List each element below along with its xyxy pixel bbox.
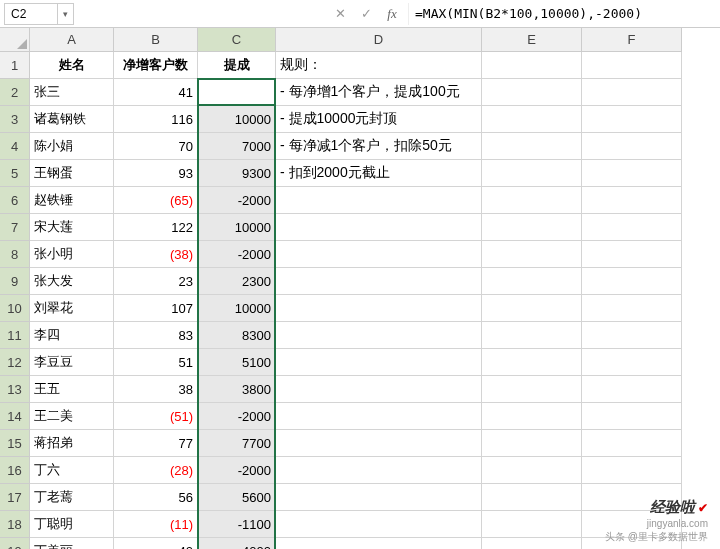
cell-name[interactable]: 李四 xyxy=(30,322,114,349)
cell[interactable] xyxy=(482,511,582,538)
cell[interactable] xyxy=(482,160,582,187)
row-header[interactable]: 4 xyxy=(0,133,29,160)
cell[interactable] xyxy=(582,187,682,214)
cell[interactable] xyxy=(482,106,582,133)
cell[interactable] xyxy=(482,457,582,484)
cell-rule[interactable] xyxy=(276,295,482,322)
cell-rule[interactable] xyxy=(276,349,482,376)
cell-rule[interactable] xyxy=(276,187,482,214)
cell-rule[interactable]: - 提成10000元封顶 xyxy=(276,106,482,133)
name-box[interactable]: C2 xyxy=(4,3,58,25)
cell[interactable] xyxy=(482,133,582,160)
cell-rule[interactable] xyxy=(276,322,482,349)
header-commission[interactable]: 提成 xyxy=(198,52,276,79)
cell[interactable] xyxy=(582,241,682,268)
select-all-corner[interactable] xyxy=(0,28,30,52)
cell-commission[interactable]: -2000 xyxy=(198,187,276,214)
row-header[interactable]: 3 xyxy=(0,106,29,133)
cell-commission[interactable]: -1100 xyxy=(198,511,276,538)
cell-customers[interactable]: (38) xyxy=(114,241,198,268)
cell-commission[interactable]: -2000 xyxy=(198,403,276,430)
col-header-A[interactable]: A xyxy=(30,28,114,51)
cell[interactable] xyxy=(582,268,682,295)
cell-customers[interactable]: 77 xyxy=(114,430,198,457)
row-header[interactable]: 8 xyxy=(0,241,29,268)
cell-customers[interactable]: (65) xyxy=(114,187,198,214)
row-header[interactable]: 16 xyxy=(0,457,29,484)
cell-commission[interactable]: 3800 xyxy=(198,376,276,403)
cell-customers[interactable]: 107 xyxy=(114,295,198,322)
cell[interactable] xyxy=(582,322,682,349)
cell[interactable] xyxy=(482,430,582,457)
cell[interactable] xyxy=(482,295,582,322)
cell-commission[interactable]: 9300 xyxy=(198,160,276,187)
cell-rule[interactable]: - 扣到2000元截止 xyxy=(276,160,482,187)
col-header-E[interactable]: E xyxy=(482,28,582,51)
row-header[interactable]: 12 xyxy=(0,349,29,376)
row-header[interactable]: 13 xyxy=(0,376,29,403)
cell-commission[interactable]: -2000 xyxy=(198,241,276,268)
cell[interactable] xyxy=(582,403,682,430)
row-header[interactable]: 6 xyxy=(0,187,29,214)
cell-customers[interactable]: 70 xyxy=(114,133,198,160)
cell-name[interactable]: 刘翠花 xyxy=(30,295,114,322)
row-header[interactable]: 15 xyxy=(0,430,29,457)
cell-commission[interactable]: 10000 xyxy=(198,295,276,322)
cell-name[interactable]: 陈小娟 xyxy=(30,133,114,160)
cell[interactable] xyxy=(482,52,582,79)
cells-area[interactable]: 姓名净增客户数提成规则：张三414100- 每净增1个客户，提成100元诸葛钢铁… xyxy=(30,52,682,549)
cell-rule[interactable] xyxy=(276,214,482,241)
cell[interactable] xyxy=(482,322,582,349)
cell[interactable] xyxy=(582,214,682,241)
cell-commission[interactable]: 10000 xyxy=(198,106,276,133)
cell-name[interactable]: 李豆豆 xyxy=(30,349,114,376)
cell[interactable] xyxy=(582,79,682,106)
row-header[interactable]: 11 xyxy=(0,322,29,349)
row-header[interactable]: 18 xyxy=(0,511,29,538)
row-header[interactable]: 10 xyxy=(0,295,29,322)
cell[interactable] xyxy=(482,484,582,511)
cell-name[interactable]: 王五 xyxy=(30,376,114,403)
fx-icon[interactable]: fx xyxy=(382,6,402,22)
cell-name[interactable]: 丁美丽 xyxy=(30,538,114,549)
row-header[interactable]: 2 xyxy=(0,79,29,106)
cell-rule[interactable] xyxy=(276,511,482,538)
cell-customers[interactable]: (28) xyxy=(114,457,198,484)
cell-name[interactable]: 丁聪明 xyxy=(30,511,114,538)
cell-rule[interactable] xyxy=(276,457,482,484)
row-header[interactable]: 7 xyxy=(0,214,29,241)
cell-commission[interactable]: 7000 xyxy=(198,133,276,160)
cell-name[interactable]: 张大发 xyxy=(30,268,114,295)
cell-commission[interactable]: -2000 xyxy=(198,457,276,484)
cell-rule[interactable] xyxy=(276,268,482,295)
cell-commission[interactable]: 8300 xyxy=(198,322,276,349)
cell-customers[interactable]: 41 xyxy=(114,79,198,106)
cell-name[interactable]: 张三 xyxy=(30,79,114,106)
cell[interactable] xyxy=(582,457,682,484)
cell-commission[interactable]: 4100 xyxy=(198,79,276,106)
cell[interactable] xyxy=(482,241,582,268)
cell[interactable] xyxy=(582,349,682,376)
cell-rule[interactable] xyxy=(276,403,482,430)
cancel-icon[interactable]: ✕ xyxy=(330,6,350,21)
cell-commission[interactable]: 2300 xyxy=(198,268,276,295)
cell-customers[interactable]: 93 xyxy=(114,160,198,187)
cell-rule[interactable]: - 每净增1个客户，提成100元 xyxy=(276,79,482,106)
cell-customers[interactable]: 51 xyxy=(114,349,198,376)
cell-customers[interactable]: 116 xyxy=(114,106,198,133)
cell[interactable] xyxy=(582,106,682,133)
cell[interactable] xyxy=(482,538,582,549)
cell-customers[interactable]: 40 xyxy=(114,538,198,549)
col-header-F[interactable]: F xyxy=(582,28,682,51)
cell-commission[interactable]: 10000 xyxy=(198,214,276,241)
col-header-C[interactable]: C xyxy=(198,28,276,51)
name-box-dropdown[interactable]: ▾ xyxy=(58,3,74,25)
row-header[interactable]: 9 xyxy=(0,268,29,295)
cell[interactable] xyxy=(582,52,682,79)
confirm-icon[interactable]: ✓ xyxy=(356,6,376,21)
row-header[interactable]: 5 xyxy=(0,160,29,187)
cell-commission[interactable]: 5600 xyxy=(198,484,276,511)
cell[interactable] xyxy=(582,160,682,187)
cell-commission[interactable]: 7700 xyxy=(198,430,276,457)
cell-name[interactable]: 王钢蛋 xyxy=(30,160,114,187)
